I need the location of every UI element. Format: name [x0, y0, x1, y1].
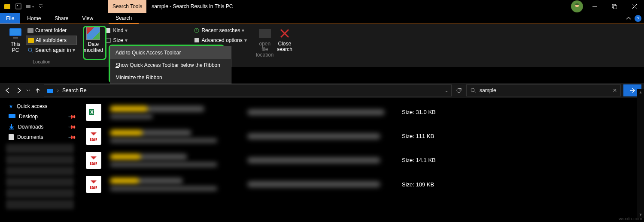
search-value: sample: [480, 87, 609, 93]
history-dropdown[interactable]: [25, 85, 32, 96]
svg-rect-9: [10, 29, 21, 35]
path-redacted: [247, 157, 380, 163]
all-subfolders-option[interactable]: All subfolders: [26, 36, 77, 45]
chevron-down-icon[interactable]: ⌄: [444, 87, 449, 93]
svg-text:PDF: PDF: [91, 160, 98, 166]
menu-search[interactable]: Search: [109, 13, 139, 24]
list-item[interactable]: PDF Size: 109 KB: [84, 172, 640, 196]
close-icon: [278, 27, 292, 40]
close-search-button[interactable]: Close search: [275, 26, 294, 53]
search-again-option[interactable]: Search again in▾: [26, 45, 77, 55]
qat-dropdown-icon[interactable]: [36, 2, 46, 11]
menu-share[interactable]: Share: [48, 13, 75, 24]
menu-home[interactable]: Home: [20, 13, 48, 24]
svg-rect-10: [13, 37, 18, 39]
path-redacted: [247, 181, 380, 187]
desktop-icon: [9, 114, 15, 119]
sidebar-quick-access[interactable]: ★Quick access: [0, 101, 80, 111]
forward-button[interactable]: [14, 85, 24, 96]
date-modified-button[interactable]: Date modified: [84, 26, 103, 54]
svg-rect-1: [17, 5, 18, 6]
document-icon: [9, 134, 14, 140]
svg-text:X: X: [90, 109, 94, 115]
search-input[interactable]: sample ✕: [466, 84, 621, 96]
pin-icon: 📌: [68, 112, 77, 121]
folder-open-icon: [258, 27, 272, 40]
navigation-pane: ★Quick access Desktop📌 Downloads📌 Docume…: [0, 98, 80, 222]
titlebar: ▾ Search Tools sample - Search Results i…: [0, 0, 644, 13]
recent-searches-option[interactable]: Recent searches▾: [192, 26, 248, 35]
advanced-options[interactable]: Advanced options▾: [192, 36, 248, 45]
this-pc-button[interactable]: This PC: [6, 26, 25, 54]
sidebar-item-redacted[interactable]: [6, 200, 74, 209]
size-option[interactable]: Size▾: [103, 36, 129, 45]
this-pc-label: This PC: [7, 41, 24, 53]
ctx-show-qat-below[interactable]: Show Quick Access Toolbar below the Ribb…: [110, 59, 231, 71]
sidebar-item-redacted[interactable]: [6, 177, 74, 187]
results-list: X Size: 31.0 KB PDF Size: 111 KB PDF Siz…: [80, 98, 644, 222]
scroll-up-icon[interactable]: ▲: [639, 90, 643, 94]
minimize-button[interactable]: [585, 0, 605, 13]
clear-search-icon[interactable]: ✕: [613, 87, 617, 93]
open-file-location-button[interactable]: open file location: [255, 26, 274, 59]
file-size: Size: 14.1 KB: [402, 157, 479, 163]
ctx-add-to-qat[interactable]: Add to Quick Access Toolbar: [110, 46, 231, 59]
current-folder-option[interactable]: Current folder: [26, 26, 77, 35]
list-item[interactable]: X Size: 31.0 KB: [84, 100, 640, 124]
list-item[interactable]: PDF Size: 14.1 KB: [84, 148, 640, 172]
star-icon: ★: [9, 103, 13, 109]
location-group-label: Location: [33, 59, 51, 65]
date-modified-label: Date modified: [84, 41, 103, 53]
excel-file-icon: X: [86, 104, 101, 121]
pdf-file-icon: PDF: [86, 176, 101, 193]
folder-icon[interactable]: [3, 2, 12, 11]
vertical-scrollbar[interactable]: ▲ ▼: [637, 89, 644, 218]
sidebar-item-redacted[interactable]: [6, 189, 74, 198]
ribbon-context-menu: Add to Quick Access Toolbar Show Quick A…: [110, 46, 231, 84]
sidebar-desktop[interactable]: Desktop📌: [0, 111, 80, 122]
svg-point-17: [471, 88, 474, 92]
sidebar-item-redacted[interactable]: [6, 155, 74, 165]
collapse-ribbon-icon[interactable]: [626, 16, 631, 21]
breadcrumb: Search Re: [62, 87, 87, 93]
menu-view[interactable]: View: [75, 13, 100, 24]
close-button[interactable]: [624, 0, 644, 13]
folder-icon: [47, 87, 54, 93]
svg-rect-5: [575, 3, 579, 5]
document-icon: [105, 27, 111, 33]
quick-access-toolbar: ▾: [0, 2, 48, 11]
file-size: Size: 111 KB: [402, 133, 479, 139]
refresh-button[interactable]: [453, 84, 465, 96]
contextual-tab-search-tools[interactable]: Search Tools: [108, 0, 146, 13]
address-bar[interactable]: › Search Re ⌄: [44, 84, 452, 96]
filename-redacted: [110, 130, 191, 136]
sidebar-item-redacted[interactable]: [6, 144, 74, 153]
path-redacted: [247, 133, 380, 139]
maximize-button[interactable]: [605, 0, 624, 13]
back-button[interactable]: [3, 85, 13, 96]
filename-redacted: [110, 106, 204, 112]
ctx-minimize-ribbon[interactable]: Minimize the Ribbon: [110, 71, 231, 84]
pin-icon: 📌: [68, 133, 77, 142]
svg-rect-13: [106, 38, 110, 42]
new-folder-icon[interactable]: ▾: [25, 2, 34, 11]
sidebar-item-redacted[interactable]: [6, 166, 74, 176]
sidebar-documents[interactable]: Documents📌: [0, 132, 80, 142]
properties-icon[interactable]: [14, 2, 23, 11]
up-button[interactable]: [33, 85, 43, 96]
list-item[interactable]: PDF Size: 111 KB: [84, 124, 640, 148]
svg-rect-12: [106, 28, 110, 33]
sidebar-downloads[interactable]: Downloads📌: [0, 122, 80, 132]
download-icon: [9, 124, 15, 130]
search-icon: [470, 87, 476, 93]
kind-option[interactable]: Kind▾: [103, 26, 129, 35]
menubar: File Home Share View Search ?: [0, 13, 644, 24]
navigation-bar: › Search Re ⌄ sample ✕: [0, 83, 644, 98]
folder-icon: [27, 28, 33, 33]
menu-file[interactable]: File: [0, 13, 20, 24]
calendar-icon: [86, 27, 100, 40]
svg-rect-0: [16, 4, 21, 9]
help-icon[interactable]: ?: [635, 15, 641, 22]
user-avatar-icon[interactable]: [571, 0, 583, 12]
svg-point-11: [28, 48, 32, 51]
